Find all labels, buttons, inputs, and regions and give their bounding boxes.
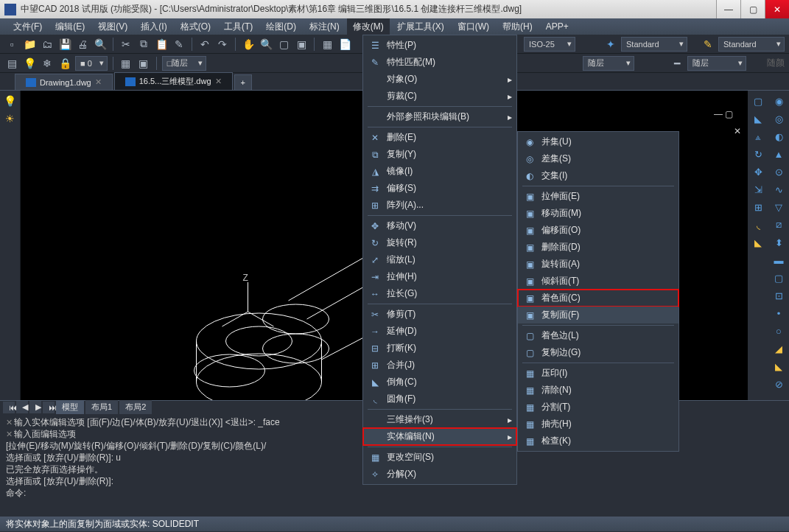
solidedit-item-7[interactable]: ▣删除面(D) — [518, 239, 678, 256]
modify-item-22[interactable]: ⊞合并(J) — [363, 357, 516, 374]
sheet-icon[interactable]: 📄 — [337, 37, 352, 52]
color-combo[interactable]: □ 随层 — [162, 56, 206, 71]
solidedit-item-5[interactable]: ▣移动面(M) — [518, 205, 678, 222]
solidedit-item-4[interactable]: ▣拉伸面(E) — [518, 188, 678, 205]
paste-icon[interactable]: 📋 — [154, 37, 169, 52]
fillet3d-icon[interactable]: ◟ — [751, 217, 765, 232]
zoom-icon[interactable]: 🔍 — [259, 37, 273, 52]
menu-7[interactable]: 标注(N) — [304, 18, 346, 35]
modify-item-13[interactable]: ✥移动(V) — [363, 217, 516, 234]
mirror3d-icon[interactable]: ⟁ — [751, 129, 765, 144]
solidedit-item-2[interactable]: ◐交集(I) — [518, 167, 678, 184]
modify-item-16[interactable]: ⇥拉伸(H) — [363, 268, 516, 285]
move3d-icon[interactable]: ✥ — [751, 164, 765, 179]
menu-0[interactable]: 文件(F) — [7, 18, 48, 35]
light-icon[interactable]: 💡 — [3, 94, 18, 108]
first-tab-icon[interactable]: ⏮ — [3, 402, 15, 413]
menu-10[interactable]: 窗口(W) — [452, 18, 495, 35]
menu-4[interactable]: 格式(O) — [175, 18, 217, 35]
panel-close-icon[interactable]: ✕ — [732, 125, 743, 137]
solidedit-item-13[interactable]: ▢着色边(L) — [518, 327, 678, 344]
sun-icon[interactable]: ☀ — [3, 111, 18, 126]
close-button[interactable]: ✕ — [765, 0, 789, 18]
linetype-combo[interactable]: 随层 — [583, 56, 634, 71]
match-icon[interactable]: ✎ — [172, 37, 186, 52]
solidedit-item-9[interactable]: ▣倾斜面(T) — [518, 273, 678, 290]
modify-item-7[interactable]: ✕删除(E) — [363, 129, 516, 146]
close-tab-icon[interactable]: ✕ — [95, 77, 102, 87]
modify-item-11[interactable]: ⊞阵列(A)... — [363, 197, 516, 214]
shell-icon[interactable]: ▢ — [771, 270, 786, 285]
last-tab-icon[interactable]: ⏭ — [43, 402, 55, 413]
cut-icon[interactable]: ✂ — [119, 37, 133, 52]
solidedit-item-19[interactable]: ▦抽壳(H) — [518, 416, 678, 433]
dimstyle-icon[interactable]: ✎ — [701, 37, 715, 52]
menu-8[interactable]: 修改(M) — [347, 18, 390, 35]
solidedit-item-18[interactable]: ▦分割(T) — [518, 399, 678, 416]
lock-icon[interactable]: 🔒 — [57, 56, 72, 71]
solidedit-item-17[interactable]: ▦清除(N) — [518, 382, 678, 399]
extrude-icon[interactable]: ▲ — [771, 147, 786, 161]
tool1-icon[interactable]: ◢ — [771, 341, 786, 356]
lineweight-icon[interactable]: ━ — [670, 56, 684, 71]
lineweight-combo[interactable]: 随层 — [687, 56, 746, 71]
freeze-icon[interactable]: ❄ — [40, 56, 55, 71]
solidedit-item-6[interactable]: ▣偏移面(O) — [518, 222, 678, 239]
presspull-icon[interactable]: ⬍ — [771, 235, 786, 250]
maximize-button[interactable]: ▢ — [740, 0, 765, 18]
menu-5[interactable]: 工具(T) — [218, 18, 259, 35]
new-icon[interactable]: ▫ — [4, 37, 19, 52]
modify-item-19[interactable]: ✂修剪(T) — [363, 306, 516, 323]
doc-tab-1[interactable]: 16.5...三维模型.dwg✕ — [114, 72, 233, 90]
section-icon[interactable]: ▬ — [771, 253, 786, 267]
solidedit-item-11[interactable]: ▣复制面(F) — [518, 307, 678, 323]
solidedit-item-0[interactable]: ◉并集(U) — [518, 133, 678, 150]
solidedit-item-1[interactable]: ◎差集(S) — [518, 150, 678, 167]
solidedit-item-16[interactable]: ▦压印(I) — [518, 365, 678, 382]
tab-layout1[interactable]: 布局1 — [85, 400, 118, 414]
menu-2[interactable]: 视图(V) — [92, 18, 133, 35]
loft-icon[interactable]: ▽ — [771, 200, 786, 214]
box-icon[interactable]: ▢ — [276, 37, 291, 52]
modify-item-9[interactable]: ◮镜像(I) — [363, 163, 516, 180]
merge-icon[interactable]: ▣ — [136, 56, 151, 71]
intersect-icon[interactable]: ◐ — [771, 129, 786, 144]
grid-icon[interactable]: ▦ — [320, 37, 334, 52]
minimize-button[interactable]: — — [716, 0, 740, 18]
modify-item-20[interactable]: →延伸(D) — [363, 323, 516, 340]
undo-icon[interactable]: ↶ — [197, 37, 212, 52]
modify-item-29[interactable]: ▦更改空间(S) — [363, 449, 516, 466]
bulb-icon[interactable]: 💡 — [22, 56, 37, 71]
prev-tab-icon[interactable]: ◀ — [16, 401, 28, 413]
tab-layout2[interactable]: 布局2 — [119, 400, 152, 414]
menu-12[interactable]: APP+ — [540, 19, 575, 34]
modify-item-10[interactable]: ⇉偏移(S) — [363, 180, 516, 197]
print-icon[interactable]: 🖨 — [75, 37, 90, 52]
point-icon[interactable]: • — [771, 306, 786, 321]
modify-item-8[interactable]: ⧉复制(Y) — [363, 146, 516, 163]
circle-icon[interactable]: ○ — [771, 323, 786, 338]
modify-item-5[interactable]: 外部参照和块编辑(B)▸ — [363, 108, 516, 125]
box3d-icon[interactable]: ▢ — [751, 94, 765, 108]
style-icon[interactable]: ✦ — [603, 37, 618, 52]
align3d-icon[interactable]: ⇲ — [751, 182, 765, 197]
save-icon[interactable]: 💾 — [57, 37, 72, 52]
solidedit-item-20[interactable]: ▦检查(K) — [518, 433, 678, 449]
redo-icon[interactable]: ↷ — [215, 37, 230, 52]
modify-item-3[interactable]: 剪裁(C)▸ — [363, 88, 516, 105]
solidedit-item-14[interactable]: ▢复制边(G) — [518, 344, 678, 361]
close-tab-icon[interactable]: ✕ — [215, 77, 222, 86]
modify-item-1[interactable]: ✎特性匹配(M) — [363, 54, 516, 71]
tool3-icon[interactable]: ⊘ — [771, 377, 786, 391]
slice-icon[interactable]: ⧄ — [771, 217, 786, 232]
menu-1[interactable]: 编辑(E) — [49, 18, 91, 35]
modify-item-30[interactable]: ✧分解(X) — [363, 466, 516, 483]
tool2-icon[interactable]: ◣ — [771, 359, 786, 374]
modify-item-14[interactable]: ↻旋转(R) — [363, 234, 516, 251]
doc-tab-0[interactable]: Drawing1.dwg✕ — [15, 74, 113, 90]
dim-style-combo[interactable]: Standard — [718, 37, 785, 52]
menu-6[interactable]: 绘图(D) — [260, 18, 302, 35]
solidedit-item-8[interactable]: ▣旋转面(A) — [518, 256, 678, 273]
modify-item-15[interactable]: ⤢缩放(L) — [363, 251, 516, 268]
menu-3[interactable]: 插入(I) — [135, 18, 172, 35]
